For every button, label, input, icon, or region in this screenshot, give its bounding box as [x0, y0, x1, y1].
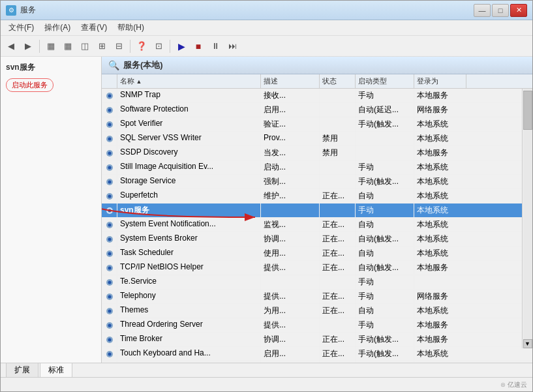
service-starttype: 手动	[356, 290, 414, 303]
minimize-button[interactable]: —	[474, 4, 491, 17]
restart-button[interactable]: ⏭	[224, 38, 240, 54]
svg-point-32	[108, 309, 111, 312]
search-icon: 🔍	[108, 60, 119, 70]
col-login[interactable]: 登录为	[414, 74, 466, 88]
table-row[interactable]: Storage Service 强制... 手动(触发... 本地系统	[102, 175, 532, 189]
service-status	[320, 275, 356, 289]
service-status	[320, 117, 356, 131]
scroll-track[interactable]	[523, 84, 532, 339]
col-desc[interactable]: 描述	[261, 74, 320, 88]
title-bar: ⚙ 服务 — □ ✕	[1, 1, 532, 20]
scroll-down[interactable]: ▼	[523, 339, 532, 348]
service-status	[320, 89, 356, 102]
table-row[interactable]: Touch Keyboard and Ha... 启用... 正在... 手动(…	[102, 347, 532, 361]
service-desc: 当发...	[261, 146, 320, 160]
service-icon-cell	[102, 361, 117, 363]
service-login: 本地服务	[414, 89, 466, 102]
toolbar-btn-3[interactable]: ◫	[77, 38, 93, 54]
play-button[interactable]: ▶	[174, 38, 189, 54]
maximize-button[interactable]: □	[492, 4, 509, 17]
service-icon-cell	[102, 132, 117, 145]
svg-point-12	[108, 166, 111, 169]
service-name: TCP/IP NetBIOS Helper	[117, 261, 261, 275]
service-starttype: 自动	[356, 189, 414, 203]
table-row[interactable]: Software Protection 启用... 自动(延迟... 网络服务	[102, 103, 532, 117]
right-panel-header: 🔍 服务(本地)	[102, 57, 532, 74]
service-login: 本地服务	[414, 333, 466, 346]
svg-point-28	[108, 280, 111, 284]
menu-file[interactable]: 文件(F)	[3, 21, 39, 35]
service-icon	[105, 163, 114, 172]
table-row[interactable]: Thread Ordering Server 提供... 手动 本地服务	[102, 318, 532, 333]
service-status	[320, 204, 356, 217]
scroll-thumb[interactable]	[523, 91, 532, 130]
col-name[interactable]: 名称	[117, 74, 261, 88]
svg-point-34	[108, 324, 111, 327]
table-row[interactable]: Superfetch 维护... 正在... 自动 本地系统	[102, 189, 532, 204]
tab-standard[interactable]: 标准	[40, 363, 72, 378]
service-status	[320, 318, 356, 332]
table-row[interactable]: Telephony 提供... 正在... 手动 网络服务	[102, 290, 532, 304]
service-desc	[261, 275, 320, 289]
table-row[interactable]: TuneUp Utilities Service This 正在... 本地系统	[102, 361, 532, 363]
service-login: 本地系统	[414, 232, 466, 246]
service-name: System Event Notification...	[117, 218, 261, 232]
service-desc: 监视...	[261, 218, 320, 232]
service-status: 正在...	[320, 347, 356, 361]
table-row[interactable]: Themes 为用... 正在... 自动 本地系统	[102, 304, 532, 318]
service-status: 正在...	[320, 232, 356, 246]
service-name: Spot Verifier	[117, 117, 261, 131]
help-button[interactable]: ❓	[134, 38, 149, 54]
service-name: System Events Broker	[117, 232, 261, 246]
service-status: 正在...	[320, 290, 356, 303]
pause-button[interactable]: ⏸	[207, 38, 223, 54]
table-row[interactable]: SSDP Discovery 当发... 禁用 本地服务	[102, 146, 532, 160]
stop-button[interactable]: ■	[190, 38, 206, 54]
svg-point-2	[108, 94, 111, 97]
table-row[interactable]: Spot Verifier 验证... 手动(触发... 本地系统	[102, 117, 532, 132]
app-icon: ⚙	[6, 5, 16, 16]
main-content: svn服务 启动此服务 🔍 服务(本地)	[1, 57, 532, 363]
vertical-scrollbar[interactable]: ▲ ▼	[522, 75, 532, 348]
toolbar-btn-2[interactable]: ▦	[60, 38, 76, 54]
menu-action[interactable]: 操作(A)	[39, 21, 76, 35]
service-icon	[105, 220, 114, 230]
service-login	[414, 275, 466, 289]
svg-point-4	[108, 108, 111, 112]
table-row[interactable]: Task Scheduler 使用... 正在... 自动 本地系统	[102, 247, 532, 261]
close-button[interactable]: ✕	[510, 4, 527, 17]
toolbar-btn-4[interactable]: ⊞	[94, 38, 110, 54]
menu-view[interactable]: 查看(V)	[76, 21, 112, 35]
service-status: 正在...	[320, 304, 356, 318]
table-row[interactable]: System Events Broker 协调... 正在... 自动(触发..…	[102, 232, 532, 247]
svg-point-14	[108, 180, 111, 183]
table-row[interactable]: Still Image Acquisition Ev... 启动... 手动 本…	[102, 160, 532, 175]
service-icon-cell	[102, 318, 117, 332]
toolbar-btn-5[interactable]: ⊟	[111, 38, 127, 54]
service-desc: 维护...	[261, 189, 320, 203]
col-status[interactable]: 状态	[320, 74, 356, 88]
table-row[interactable]: SNMP Trap 接收... 手动 本地服务	[102, 89, 532, 103]
table-row[interactable]: Time Broker 协调... 正在... 手动(触发... 本地服务	[102, 333, 532, 347]
list-view-button[interactable]: ▦	[43, 38, 59, 54]
menu-bar: 文件(F) 操作(A) 查看(V) 帮助(H)	[1, 20, 532, 36]
back-button[interactable]: ◀	[3, 38, 19, 54]
service-icon	[105, 278, 114, 287]
menu-help[interactable]: 帮助(H)	[112, 21, 149, 35]
service-icon-cell	[102, 247, 117, 260]
service-status	[320, 103, 356, 117]
table-row[interactable]: System Event Notification... 监视... 正在...…	[102, 218, 532, 232]
table-row[interactable]: TCP/IP NetBIOS Helper 提供... 正在... 自动(触发.…	[102, 261, 532, 275]
col-starttype[interactable]: 启动类型	[356, 74, 414, 88]
forward-button[interactable]: ▶	[20, 38, 36, 54]
table-row[interactable]: SQL Server VSS Writer Prov... 禁用 本地系统	[102, 132, 532, 146]
start-service-button[interactable]: 启动此服务	[6, 78, 53, 92]
service-icon	[105, 177, 114, 187]
service-status: 正在...	[320, 361, 356, 363]
service-name: SNMP Trap	[117, 89, 261, 102]
services-table[interactable]: 名称 描述 状态 启动类型 登录为 SNMP Trap 接收... 手动 本地服…	[102, 74, 532, 363]
table-row[interactable]: svn服务 手动 本地系统	[102, 204, 532, 218]
tab-extend[interactable]: 扩展	[6, 363, 38, 377]
table-row[interactable]: Te.Service 手动	[102, 275, 532, 290]
toolbar-btn-7[interactable]: ⊡	[151, 38, 166, 54]
